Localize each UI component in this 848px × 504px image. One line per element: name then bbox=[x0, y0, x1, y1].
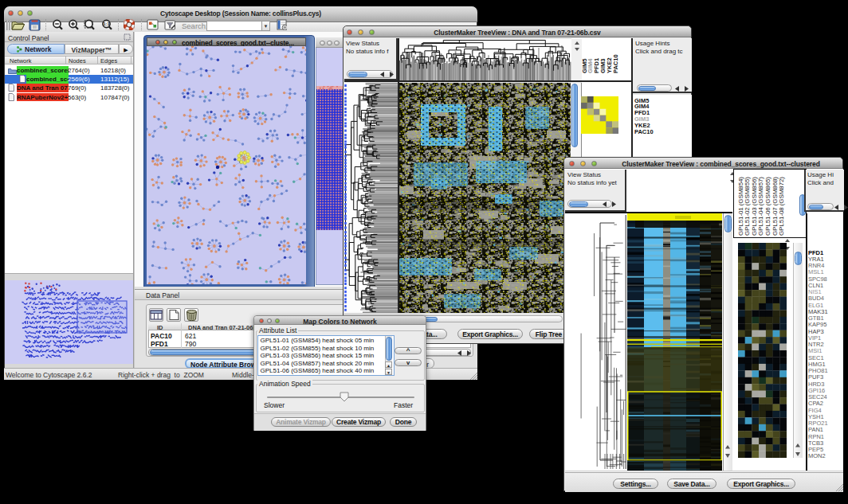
svg-text:1:1: 1:1 bbox=[104, 21, 110, 26]
